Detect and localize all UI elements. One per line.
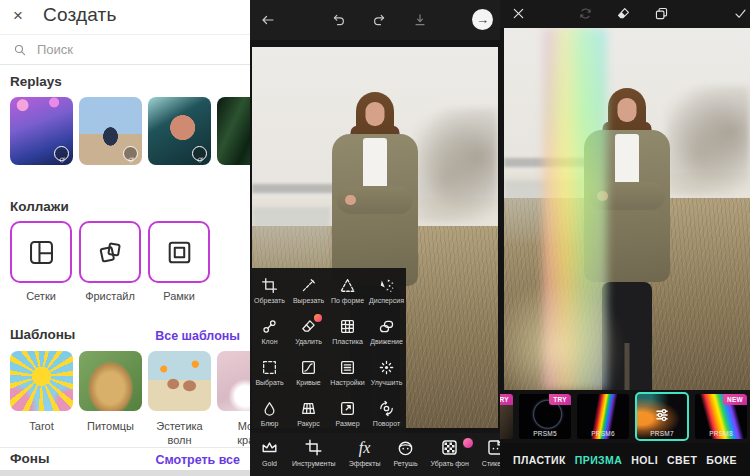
category-ПЛАСТИК[interactable]: ПЛАСТИК <box>513 454 566 466</box>
close-icon[interactable]: × <box>13 6 23 26</box>
filter-thumb-PRSM6[interactable]: PRSM6 <box>577 394 629 439</box>
frames-icon <box>166 239 193 266</box>
grid-collage-icon <box>28 239 55 266</box>
tool-motion[interactable]: Движение <box>367 311 406 352</box>
tool-shape[interactable]: По форме <box>328 270 367 311</box>
tool-resize[interactable]: Размер <box>328 393 367 434</box>
collage-label: Фристайл <box>85 290 135 302</box>
redo-button[interactable] <box>372 12 388 28</box>
curves-icon <box>300 359 317 376</box>
trees <box>666 86 750 195</box>
search-input[interactable] <box>35 41 219 58</box>
template-label: Питомцы <box>87 420 134 434</box>
template-thumb[interactable] <box>10 351 73 411</box>
enhance-icon <box>378 359 395 376</box>
toolbar-effects[interactable]: fx Эффекты <box>343 438 387 476</box>
replay-thumb-3[interactable] <box>148 97 211 165</box>
search-bar[interactable] <box>0 34 250 65</box>
eraser-button[interactable] <box>616 6 631 21</box>
tool-clone[interactable]: Клон <box>250 311 289 352</box>
editor-toolbar: Gold Инструменты fx Эффекты Ретушь Убрат… <box>250 433 500 476</box>
tool-cutout[interactable]: Вырезать <box>289 270 328 311</box>
template-item-3: Эстетика волн <box>148 351 211 448</box>
filter-thumb-PRSM8[interactable]: NEW PRSM8 <box>695 394 747 439</box>
close-button[interactable] <box>511 6 526 21</box>
all-templates-link[interactable]: Все шаблоны <box>155 329 240 343</box>
effect-categories-row: ПЛАСТИКПРИЗМАHOLIСВЕТБОКЕ <box>500 443 750 476</box>
clone-icon <box>261 318 278 335</box>
tool-crop[interactable]: Обрезать <box>250 270 289 311</box>
effect-preview-canvas[interactable] <box>504 28 750 390</box>
category-СВЕТ[interactable]: СВЕТ <box>667 454 697 466</box>
filter-name: PRSM6 <box>577 430 629 437</box>
replay-icon <box>123 146 138 161</box>
template-thumb[interactable] <box>148 351 211 411</box>
category-БОКЕ[interactable]: БОКЕ <box>706 454 737 466</box>
tool-enhance[interactable]: Улучшить <box>367 352 406 393</box>
tool-remove[interactable]: Удалить <box>289 311 328 352</box>
tool-adjust[interactable]: Настройки <box>328 352 367 393</box>
tool-label: Движение <box>370 338 403 345</box>
download-button[interactable] <box>412 12 428 28</box>
tool-label: Вырезать <box>293 297 324 304</box>
collage-label: Рамки <box>163 290 195 302</box>
toolbar-remove-bg[interactable]: Убрать фон <box>425 438 475 476</box>
template-label: Мод крас <box>231 420 252 448</box>
tool-curves[interactable]: Кривые <box>289 352 328 393</box>
tool-label: Ракурс <box>297 420 319 427</box>
template-thumb[interactable] <box>79 351 142 411</box>
collage-card-freestyle[interactable] <box>79 221 141 283</box>
bottom-strip <box>0 470 250 476</box>
category-ПРИЗМА[interactable]: ПРИЗМА <box>575 454 622 466</box>
category-HOLI[interactable]: HOLI <box>631 454 658 466</box>
toolbar-label: Инструменты <box>292 460 336 467</box>
collage-card-frames[interactable] <box>148 221 210 283</box>
back-button[interactable] <box>260 12 276 28</box>
app-screenshot: × Создать Replays Коллажи Сетки Фристайл… <box>0 0 750 476</box>
create-panel: × Создать Replays Коллажи Сетки Фристайл… <box>0 0 251 476</box>
tool-perspective[interactable]: Ракурс <box>289 393 328 434</box>
liquify-icon <box>339 318 356 335</box>
effects-panel: TRY TRY PRSM5 PRSM6 PRSM7 NEW PRSM8 ПЛАС… <box>500 0 750 476</box>
replays-row <box>10 97 251 165</box>
forward-button[interactable]: → <box>472 9 493 30</box>
replay-thumb-4[interactable] <box>217 97 251 165</box>
tool-label: Размер <box>335 420 359 427</box>
toolbar-label: Ретушь <box>393 460 417 467</box>
collage-option-freestyle: Фристайл <box>79 221 141 302</box>
adjust-icon <box>339 359 356 376</box>
template-item-2: Питомцы <box>79 351 142 448</box>
toolbar-stickers[interactable]: Стикеры <box>476 438 500 476</box>
tool-select[interactable]: Выбрать <box>250 352 289 393</box>
tool-rotate[interactable]: Поворот <box>367 393 406 434</box>
toolbar-retouch[interactable]: Ретушь <box>387 438 423 476</box>
replay-thumb-2[interactable] <box>79 97 142 165</box>
cutout-icon <box>300 277 317 294</box>
tool-blur[interactable]: Блюр <box>250 393 289 434</box>
tool-label: Блюр <box>261 420 279 427</box>
template-thumb[interactable] <box>217 351 251 411</box>
face <box>366 102 385 126</box>
replay-thumb-1[interactable] <box>10 97 73 165</box>
resize-icon <box>339 400 356 417</box>
filter-thumb-PRSM7[interactable]: PRSM7 <box>635 392 689 441</box>
tool-label: Дисперсия <box>369 297 404 304</box>
tool-liquify[interactable]: Пластика <box>328 311 367 352</box>
filter-thumb-PRSM5[interactable]: TRY PRSM5 <box>519 394 571 439</box>
crown-icon <box>260 438 279 457</box>
collage-row: Сетки Фристайл Рамки <box>10 221 210 302</box>
collage-card-grid-collage[interactable] <box>10 221 72 283</box>
check-button[interactable] <box>733 6 748 21</box>
layers-button[interactable] <box>654 6 669 21</box>
toolbar-tools[interactable]: Инструменты <box>286 438 342 476</box>
toolbar-gold[interactable]: Gold <box>254 438 285 476</box>
filter-thumb-partial[interactable]: TRY <box>500 394 513 439</box>
template-item-4: Мод крас <box>217 351 251 448</box>
select-icon <box>261 359 278 376</box>
see-all-link[interactable]: Смотреть все <box>155 453 240 467</box>
undo-button[interactable] <box>330 12 346 28</box>
tool-dispersion[interactable]: Дисперсия <box>367 270 406 311</box>
template-item-1: Tarot <box>10 351 73 448</box>
loop-button[interactable] <box>578 6 593 21</box>
backgrounds-header: Фоны <box>10 451 49 466</box>
